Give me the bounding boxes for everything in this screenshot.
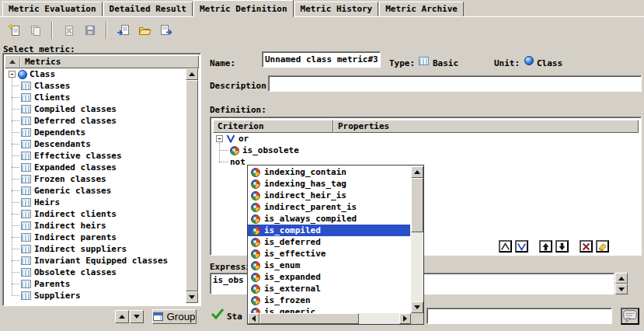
tree-item[interactable]: Heirs bbox=[12, 197, 186, 208]
dropdown-horizontal-scrollbar[interactable] bbox=[248, 313, 411, 324]
tree-scrollbar[interactable] bbox=[186, 68, 198, 303]
scrollbar-thumb[interactable] bbox=[259, 313, 359, 324]
dropdown-item[interactable]: indirect_parent_is bbox=[248, 201, 410, 213]
copy-metric-button[interactable] bbox=[26, 21, 45, 40]
scroll-down-button[interactable] bbox=[615, 284, 628, 294]
scroll-down-button[interactable] bbox=[411, 301, 423, 313]
tree-item[interactable]: Obsolete classes bbox=[12, 267, 186, 278]
dropdown-item[interactable]: is_deferred bbox=[248, 236, 410, 248]
tree-item[interactable]: Indirect suppliers bbox=[12, 243, 186, 255]
dropdown-item[interactable]: is_external bbox=[248, 283, 410, 294]
dropdown-item[interactable]: is_frozen bbox=[248, 294, 410, 306]
dropdown-item[interactable]: is_generic bbox=[248, 306, 410, 313]
dropdown-item[interactable]: indirect_heir_is bbox=[248, 190, 410, 201]
tab[interactable]: Metric History bbox=[294, 2, 379, 16]
tree-item[interactable]: Generic classes bbox=[12, 185, 186, 197]
and-criterion-button[interactable] bbox=[499, 240, 512, 253]
tab[interactable]: Metric Evaluation bbox=[2, 2, 103, 16]
collapse-icon[interactable]: - bbox=[216, 135, 223, 142]
import-metrics-button[interactable] bbox=[113, 21, 133, 40]
tree-item[interactable]: Suppliers bbox=[12, 290, 186, 301]
dropdown-item[interactable]: indexing_has_tag bbox=[248, 178, 410, 190]
scrollbar-track[interactable] bbox=[259, 313, 399, 324]
move-metric-up-button[interactable] bbox=[115, 310, 129, 323]
tree-item[interactable]: Frozen classes bbox=[12, 173, 186, 185]
or-criterion-button[interactable] bbox=[515, 240, 528, 253]
save-metric-button[interactable] bbox=[80, 21, 99, 40]
tree-item[interactable]: Clients bbox=[12, 92, 186, 103]
tree-item[interactable]: Invariant Equipped classes bbox=[12, 255, 186, 267]
move-metric-down-button[interactable] bbox=[130, 310, 144, 323]
dropdown-item[interactable]: is_effective bbox=[248, 248, 410, 260]
dropdown-item-label: is_expanded bbox=[264, 272, 321, 282]
dropdown-item[interactable]: is_compiled bbox=[248, 225, 410, 236]
metric-comment-input[interactable] bbox=[426, 308, 612, 324]
tree-item[interactable]: Dependents bbox=[12, 127, 186, 138]
scroll-left-button[interactable] bbox=[248, 313, 259, 324]
scroll-up-button[interactable] bbox=[186, 68, 198, 80]
tree-item[interactable]: Expanded classes bbox=[12, 162, 186, 173]
tree-item[interactable]: Indirect clients bbox=[12, 208, 186, 220]
tree-item[interactable]: Deferred classes bbox=[12, 115, 186, 127]
scroll-up-button[interactable] bbox=[411, 166, 423, 178]
comment-button[interactable] bbox=[621, 308, 639, 325]
move-criterion-down-button[interactable] bbox=[555, 240, 569, 253]
scrollbar-thumb[interactable] bbox=[411, 178, 423, 232]
move-criterion-up-button[interactable] bbox=[539, 240, 552, 253]
name-input[interactable] bbox=[262, 51, 381, 68]
tree-item-label: Indirect heirs bbox=[34, 221, 106, 231]
tree-item-label: Dependents bbox=[34, 127, 85, 138]
tab[interactable]: Metric Definition bbox=[193, 0, 294, 17]
dropdown-item[interactable]: is_always_compiled bbox=[248, 213, 410, 225]
tab[interactable]: Metric Archive bbox=[379, 2, 464, 16]
criterion-column-header[interactable]: Criterion bbox=[213, 120, 333, 133]
basic-type-icon bbox=[419, 57, 429, 65]
tree-item[interactable]: Effective classes bbox=[12, 150, 186, 162]
scroll-down-button[interactable] bbox=[186, 291, 198, 303]
export-metrics-button[interactable] bbox=[155, 21, 175, 40]
erase-criterion-button[interactable] bbox=[596, 240, 609, 253]
tree-item-class-root[interactable]: - Class bbox=[5, 68, 186, 80]
dropdown-item[interactable]: indexing_contain bbox=[248, 166, 410, 178]
type-value: Basic bbox=[433, 58, 458, 68]
metric-icon bbox=[21, 291, 31, 300]
delete-criterion-button[interactable] bbox=[580, 240, 593, 253]
criterion-label: or bbox=[238, 134, 249, 144]
dropdown-item-label: is_enum bbox=[264, 260, 300, 270]
criterion-row-or[interactable]: - or bbox=[213, 133, 639, 145]
dropdown-item-label: is_generic bbox=[264, 307, 315, 313]
delete-metric-button[interactable] bbox=[59, 21, 78, 40]
definition-grid-header: Criterion Properties bbox=[213, 120, 639, 133]
description-input[interactable] bbox=[268, 75, 642, 92]
properties-column-header[interactable]: Properties bbox=[333, 120, 639, 133]
scroll-right-button[interactable] bbox=[399, 313, 411, 324]
scrollbar-corner bbox=[411, 313, 423, 324]
tree-item[interactable]: Indirect heirs bbox=[12, 220, 186, 232]
dropdown-vertical-scrollbar[interactable] bbox=[411, 166, 423, 313]
metric-icon bbox=[21, 117, 31, 125]
metric-icon bbox=[21, 233, 31, 242]
scrollbar-track[interactable] bbox=[411, 178, 423, 301]
header-separator bbox=[19, 57, 21, 67]
tree-item-label: Indirect clients bbox=[34, 209, 117, 219]
group-button-label: Group bbox=[166, 311, 195, 322]
tree-item[interactable]: Classes bbox=[12, 80, 186, 92]
up-arrow-icon bbox=[541, 241, 551, 253]
dropdown-item-label: is_always_compiled bbox=[264, 214, 357, 224]
tab[interactable]: Detailed Result bbox=[103, 2, 193, 16]
tree-item[interactable]: Compiled classes bbox=[12, 103, 186, 115]
dropdown-item[interactable]: is_expanded bbox=[248, 271, 410, 283]
scrollbar-thumb[interactable] bbox=[186, 80, 198, 291]
metrics-column-header[interactable]: Metrics bbox=[5, 55, 199, 68]
tree-item[interactable]: Descendants bbox=[12, 138, 186, 150]
delete-icon bbox=[581, 241, 591, 253]
open-metric-file-button[interactable] bbox=[134, 21, 154, 40]
dropdown-item[interactable]: is_enum bbox=[248, 260, 410, 271]
tree-item[interactable]: Parents bbox=[12, 278, 186, 290]
criterion-row-is-obsolete[interactable]: is_obsolete bbox=[213, 145, 639, 156]
group-button[interactable]: Group bbox=[152, 309, 197, 324]
new-metric-button[interactable] bbox=[5, 21, 24, 40]
expression-scrollbar[interactable] bbox=[615, 273, 628, 294]
scroll-up-button[interactable] bbox=[615, 273, 628, 284]
tree-item[interactable]: Indirect parents bbox=[12, 232, 186, 243]
